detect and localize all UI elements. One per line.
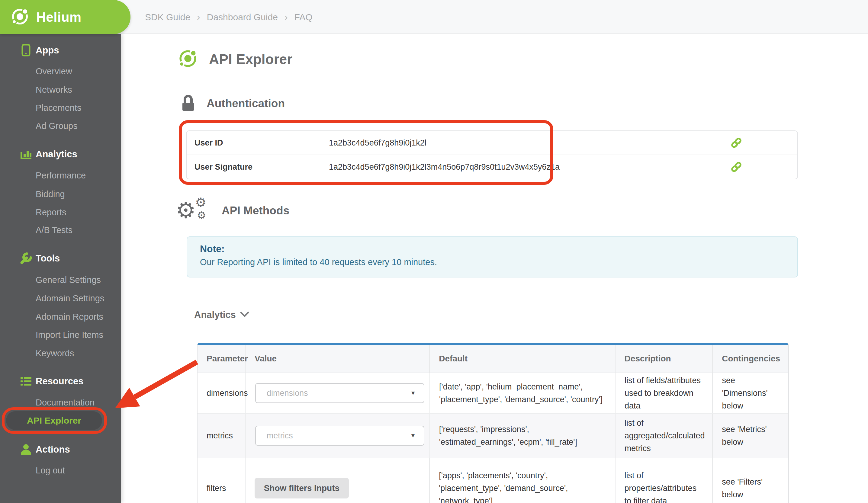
sidebar-section-analytics[interactable]: Analytics — [0, 147, 121, 161]
gears-icon: ⚙⚙⚙ — [176, 197, 211, 224]
chevron-down-icon — [240, 311, 249, 318]
sidebar-item-reports[interactable]: Reports — [35, 206, 117, 219]
table-row-filters: filters Show filters Inputs ['apps', 'pl… — [197, 458, 788, 503]
table-row-user-id: User ID 1a2b3c4d5e6f7g8h9i0j1k2l — [187, 131, 797, 155]
sidebar-item-bidding[interactable]: Bidding — [35, 188, 117, 201]
analytics-section-label: Analytics — [194, 310, 236, 320]
user-id-label: User ID — [195, 138, 223, 148]
phone-icon — [19, 44, 33, 57]
column-header-description: Description — [616, 345, 713, 373]
sidebar-section-label: Resources — [35, 376, 84, 387]
dimensions-select-placeholder: dimensions — [267, 384, 308, 402]
caret-down-icon: ▼ — [410, 384, 416, 402]
parameter-cell: dimensions — [197, 373, 246, 413]
auth-table: User ID 1a2b3c4d5e6f7g8h9i0j1k2l User Si… — [186, 130, 798, 179]
brand-header[interactable]: Helium — [0, 0, 131, 34]
sidebar-item-log-out[interactable]: Log out — [35, 464, 117, 477]
value-cell: dimensions ▼ — [246, 373, 430, 413]
sidebar-item-performance[interactable]: Performance — [35, 169, 117, 182]
description-cell: list of fields/attributes used to breakd… — [616, 373, 713, 413]
authentication-heading: Authentication — [180, 94, 285, 113]
sidebar-section-actions[interactable]: Actions — [0, 442, 121, 457]
breadcrumb-separator-icon: › — [197, 11, 200, 23]
dimensions-select[interactable]: dimensions ▼ — [255, 383, 424, 403]
default-cell: ['requests', 'impressions', 'estimated_e… — [430, 413, 616, 458]
sidebar-item-ab-tests[interactable]: A/B Tests — [35, 223, 117, 237]
link-icon[interactable] — [729, 136, 744, 150]
lock-icon — [180, 94, 196, 113]
sidebar-section-resources[interactable]: Resources — [0, 374, 121, 389]
sidebar-section-tools[interactable]: Tools — [0, 251, 121, 266]
helium-logo-icon — [10, 7, 30, 28]
api-explorer-orbit-icon — [178, 48, 198, 70]
person-icon — [19, 443, 33, 456]
metrics-select[interactable]: metrics ▼ — [255, 426, 424, 446]
show-filters-inputs-button[interactable]: Show filters Inputs — [255, 478, 349, 499]
sidebar-section-label: Tools — [35, 253, 60, 264]
description-cell: list of properties/attributes to filter … — [616, 458, 713, 503]
default-cell: ['apps', 'placements', 'country', 'place… — [430, 458, 615, 503]
sidebar-item-ad-groups[interactable]: Ad Groups — [35, 119, 117, 133]
sidebar-item-networks[interactable]: Networks — [35, 83, 117, 96]
breadcrumb-separator-icon: › — [285, 11, 288, 23]
link-icon[interactable] — [729, 160, 744, 174]
user-signature-value: 1a2b3c4d5e6f7g8h9i0j1k2l3m4n5o6p7q8r9s0t… — [329, 163, 560, 172]
note-title: Note: — [200, 243, 797, 254]
contingencies-cell: see 'Dimensions' below — [713, 373, 788, 413]
value-cell: metrics ▼ — [246, 413, 430, 458]
metrics-select-placeholder: metrics — [267, 426, 293, 445]
table-header-row: Parameter Value Default Description Cont… — [197, 345, 788, 373]
sidebar-section-label: Apps — [35, 45, 59, 56]
sidebar-section-label: Actions — [35, 444, 70, 455]
default-cell: ['date', 'app', 'helium_placement_name',… — [430, 373, 616, 413]
table-row-user-signature: User Signature 1a2b3c4d5e6f7g8h9i0j1k2l3… — [187, 155, 797, 179]
sidebar-nav: Apps Overview Networks Placements Ad Gro… — [0, 34, 121, 503]
sidebar-item-general-settings[interactable]: General Settings — [35, 273, 117, 286]
sidebar-section-apps[interactable]: Apps — [0, 43, 121, 57]
api-explorer-page: SDK Guide › Dashboard Guide › FAQ Helium… — [0, 0, 868, 503]
breadcrumb-item-faq[interactable]: FAQ — [294, 12, 313, 22]
note-callout: Note: Our Reporting API is limited to 40… — [187, 237, 798, 277]
parameter-cell: metrics — [197, 413, 246, 458]
sidebar-item-placements[interactable]: Placements — [35, 101, 117, 114]
analytics-section-toggle[interactable]: Analytics — [194, 308, 249, 322]
caret-down-icon: ▼ — [410, 426, 416, 445]
note-body: Our Reporting API is limited to 40 reque… — [200, 257, 797, 267]
user-signature-label: User Signature — [195, 163, 252, 172]
bar-chart-icon — [19, 148, 33, 161]
table-row-metrics: metrics metrics ▼ ['requests', 'impressi… — [197, 413, 788, 458]
parameters-table: Parameter Value Default Description Cont… — [197, 343, 789, 503]
authentication-heading-text: Authentication — [207, 97, 285, 110]
api-methods-heading-text: API Methods — [222, 205, 289, 217]
description-cell: list of aggregated/calculated metrics — [616, 413, 713, 458]
parameter-cell: filters — [197, 458, 246, 503]
sidebar-section-label: Analytics — [35, 149, 77, 160]
table-row-dimensions: dimensions dimensions ▼ ['date', 'app', … — [197, 373, 788, 413]
contingencies-cell: see 'Metrics' below — [713, 413, 788, 458]
value-cell: Show filters Inputs — [246, 458, 430, 503]
sidebar-item-overview[interactable]: Overview — [35, 65, 117, 78]
sidebar-item-api-explorer-active[interactable]: API Explorer — [6, 411, 102, 430]
sidebar-item-keywords[interactable]: Keywords — [35, 347, 117, 360]
sidebar-item-adomain-settings[interactable]: Adomain Settings — [35, 292, 117, 305]
sidebar-item-adomain-reports[interactable]: Adomain Reports — [35, 310, 117, 323]
breadcrumb: SDK Guide › Dashboard Guide › FAQ — [145, 0, 313, 34]
sidebar-item-import-line-items[interactable]: Import Line Items — [35, 328, 117, 342]
page-title-block: API Explorer — [178, 48, 292, 70]
breadcrumb-item-sdk-guide[interactable]: SDK Guide — [145, 12, 190, 22]
wrench-icon — [19, 252, 33, 265]
column-header-contingencies: Contingencies — [713, 345, 788, 373]
column-header-value: Value — [246, 345, 430, 373]
contingencies-cell: see 'Filters' below — [713, 458, 788, 503]
breadcrumb-item-dashboard-guide[interactable]: Dashboard Guide — [207, 12, 278, 22]
column-header-default: Default — [430, 345, 615, 373]
api-methods-heading: ⚙⚙⚙ API Methods — [176, 197, 289, 224]
sidebar-item-documentation[interactable]: Documentation — [35, 396, 117, 409]
brand-name: Helium — [36, 10, 82, 25]
page-title: API Explorer — [209, 51, 292, 67]
column-header-parameter: Parameter — [197, 345, 246, 373]
list-icon — [19, 375, 33, 388]
user-id-value: 1a2b3c4d5e6f7g8h9i0j1k2l — [329, 138, 426, 148]
